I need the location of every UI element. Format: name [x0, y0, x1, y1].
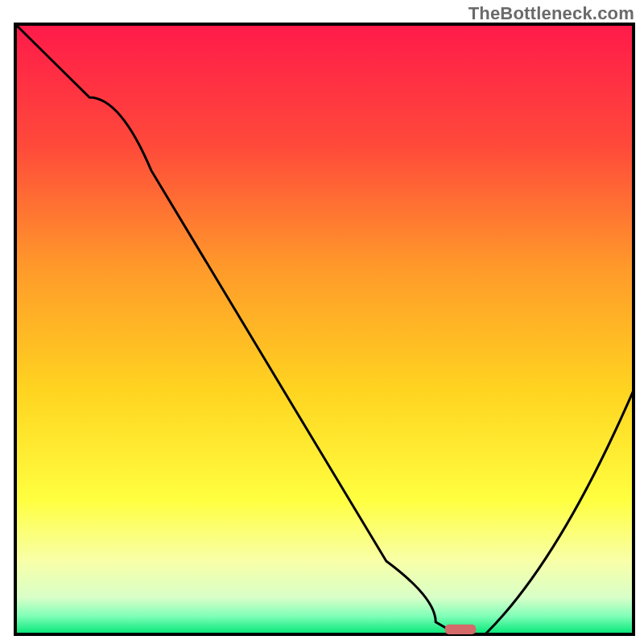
- optimal-marker: [445, 625, 476, 634]
- chart-container: { "watermark": "TheBottleneck.com", "cha…: [0, 0, 644, 644]
- watermark-text: TheBottleneck.com: [469, 3, 634, 24]
- plot-background: [15, 24, 634, 634]
- bottleneck-chart: [0, 0, 644, 644]
